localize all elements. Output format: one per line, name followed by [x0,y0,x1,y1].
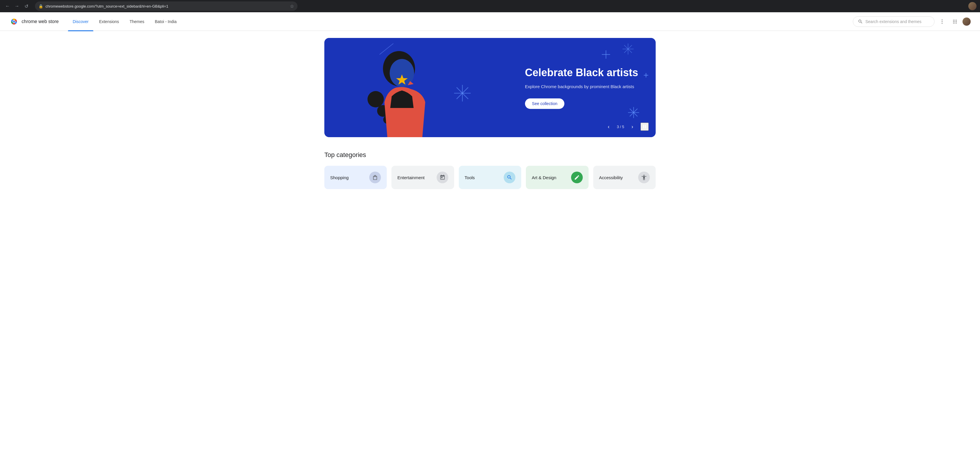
svg-point-8 [953,19,954,21]
main-nav: Discover Extensions Themes Batoi - India [68,17,181,26]
svg-line-32 [624,45,632,53]
category-tools[interactable]: Tools [459,166,521,189]
lock-icon: 🔒 [38,4,43,8]
category-shopping[interactable]: Shopping [325,166,387,189]
hero-prev-button[interactable]: ‹ [604,122,613,131]
nav-themes[interactable]: Themes [125,17,149,26]
forward-button[interactable]: → [13,2,21,10]
profile-avatar[interactable] [968,2,977,10]
category-tools-label: Tools [465,175,475,180]
nav-discover[interactable]: Discover [68,17,93,26]
category-entertainment[interactable]: Entertainment [391,166,454,189]
logo-text: chrome web store [22,19,59,24]
svg-point-5 [942,19,943,20]
calendar-icon [439,174,445,180]
category-accessibility-label: Accessibility [599,175,623,180]
svg-line-31 [624,45,632,53]
categories-title: Top categories [325,151,655,159]
categories-section: Top categories Shopping Entertainment [325,151,655,189]
nav-extensions[interactable]: Extensions [94,17,124,26]
svg-line-38 [630,109,638,117]
tools-icon-circle [504,172,515,183]
svg-point-16 [956,22,957,23]
pencil-icon [574,174,580,180]
site-header: chrome web store Discover Extensions The… [0,12,980,31]
more-options-button[interactable] [937,16,947,27]
browser-nav: ← → ↺ [3,2,30,10]
chrome-logo-icon [10,17,19,26]
search-icon [858,19,863,24]
svg-point-9 [955,19,956,21]
hero-counter: 3 / 5 [617,125,624,129]
svg-point-4 [13,21,15,22]
svg-point-14 [953,22,954,23]
reload-button[interactable]: ↺ [22,2,30,10]
svg-point-11 [953,21,954,22]
accessibility-icon [641,174,647,180]
category-accessibility[interactable]: Accessibility [593,166,655,189]
category-art-label: Art & Design [532,175,556,180]
svg-point-15 [955,22,956,23]
art-icon-circle [571,172,583,183]
shopping-icon-circle [369,172,381,183]
entertainment-icon-circle [437,172,448,183]
apps-icon [952,19,958,24]
search-placeholder-text: Search extensions and themes [865,19,921,24]
category-shopping-label: Shopping [330,175,348,180]
category-entertainment-label: Entertainment [397,175,425,180]
svg-line-37 [630,109,638,117]
pause-icon [642,124,647,129]
category-art-design[interactable]: Art & Design [526,166,588,189]
svg-point-6 [942,21,943,22]
address-bar[interactable]: 🔒 chromewebstore.google.com/?utm_source=… [35,2,298,11]
hero-next-button[interactable]: › [628,122,637,131]
header-right: Search extensions and themes [853,16,970,27]
hero-pause-button[interactable] [641,123,649,131]
shopping-bag-icon [372,174,378,180]
accessibility-icon-circle [638,172,650,183]
hero-subtitle: Explore Chrome backgrounds by prominent … [525,83,638,90]
tools-wrench-icon [507,174,512,180]
logo-area[interactable]: chrome web store [10,17,59,26]
hero-controls: ‹ 3 / 5 › [604,122,649,131]
apps-button[interactable] [950,16,960,27]
back-button[interactable]: ← [3,2,12,10]
hero-illustration [325,38,473,137]
svg-point-10 [956,19,957,21]
url-text: chromewebstore.google.com/?utm_source=ex… [46,4,288,8]
hero-content: Celebrate Black artists Explore Chrome b… [525,66,638,109]
user-avatar[interactable] [963,18,970,26]
categories-grid: Shopping Entertainment Tools [325,166,655,189]
svg-point-12 [955,21,956,22]
hero-banner: Celebrate Black artists Explore Chrome b… [325,38,655,137]
main-content: Celebrate Black artists Explore Chrome b… [315,31,665,196]
bookmark-icon: ☆ [290,3,294,9]
svg-point-40 [368,91,384,107]
svg-rect-46 [643,125,644,128]
hero-figure-svg [338,38,460,137]
see-collection-button[interactable]: See collection [525,98,565,109]
svg-point-13 [956,21,957,22]
more-vert-icon [939,19,945,24]
browser-chrome: ← → ↺ 🔒 chromewebstore.google.com/?utm_s… [0,0,980,12]
browser-right-controls [968,2,977,10]
hero-title: Celebrate Black artists [525,66,638,79]
svg-point-7 [942,23,943,24]
nav-location[interactable]: Batoi - India [150,17,181,26]
svg-rect-47 [645,125,646,128]
search-box[interactable]: Search extensions and themes [853,16,934,27]
